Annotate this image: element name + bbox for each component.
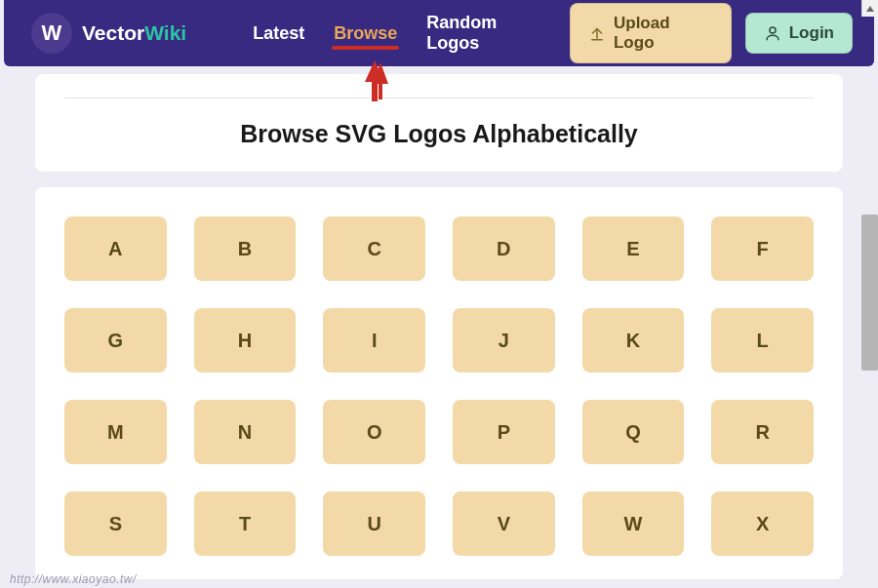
letter-label: V	[498, 513, 510, 535]
letter-label: J	[499, 330, 509, 352]
svg-marker-3	[866, 6, 874, 12]
letter-label: W	[624, 513, 643, 535]
watermark: http://www.xiaoyao.tw/	[10, 572, 137, 586]
letter-label: O	[367, 421, 382, 444]
letter-tile-a[interactable]: A	[64, 216, 167, 281]
upload-label: Upload Logo	[614, 14, 713, 53]
letter-tile-e[interactable]: E	[582, 216, 685, 281]
svg-point-0	[770, 27, 776, 33]
letter-label: G	[108, 330, 124, 352]
letter-label: C	[367, 238, 380, 260]
navbar: W VectorWiki Latest Browse Random Logos …	[4, 0, 874, 66]
letter-label: D	[497, 238, 510, 260]
logo-letter: W	[42, 20, 62, 46]
letter-label: M	[107, 421, 124, 444]
nav-link-latest[interactable]: Latest	[253, 23, 304, 44]
letter-label: P	[498, 421, 510, 444]
letter-tile-o[interactable]: O	[323, 400, 425, 464]
letter-label: T	[239, 513, 251, 535]
brand-name: VectorWiki	[82, 21, 186, 45]
brand-logo[interactable]: W VectorWiki	[31, 13, 186, 54]
letter-tile-w[interactable]: W	[582, 491, 685, 556]
letter-tile-k[interactable]: K	[582, 308, 685, 372]
letter-label: E	[626, 238, 639, 260]
logo-mark-icon: W	[31, 13, 72, 54]
letter-label: N	[238, 421, 252, 444]
letter-tile-r[interactable]: R	[711, 400, 814, 464]
letter-tile-c[interactable]: C	[323, 216, 425, 281]
letter-tile-s[interactable]: S	[64, 491, 167, 556]
letter-tile-b[interactable]: B	[194, 216, 297, 281]
letter-tile-f[interactable]: F	[711, 216, 814, 281]
letter-label: X	[756, 513, 769, 535]
letter-tile-d[interactable]: D	[453, 216, 555, 281]
letter-tile-t[interactable]: T	[194, 491, 297, 556]
upload-logo-button[interactable]: Upload Logo	[570, 3, 732, 63]
letter-tile-m[interactable]: M	[64, 400, 167, 464]
brand-name-b: Wiki	[144, 21, 186, 44]
page-title: Browse SVG Logos Alphabetically	[64, 120, 814, 148]
letter-label: S	[109, 513, 122, 535]
letter-label: H	[238, 330, 252, 352]
login-label: Login	[789, 23, 834, 43]
upload-icon	[588, 24, 606, 42]
letter-label: I	[372, 330, 378, 352]
letters-card: ABCDEFGHIJKLMNOPQRSTUVWX	[35, 187, 843, 579]
letter-label: Q	[625, 421, 641, 444]
letter-tile-n[interactable]: N	[194, 400, 297, 464]
letter-tile-h[interactable]: H	[194, 308, 297, 372]
letter-tile-l[interactable]: L	[711, 308, 814, 372]
scrollbar-thumb[interactable]	[861, 215, 878, 371]
letter-label: U	[367, 513, 380, 535]
brand-name-a: Vector	[82, 21, 144, 44]
letter-label: F	[757, 238, 769, 260]
letter-tile-v[interactable]: V	[453, 491, 555, 556]
divider	[64, 98, 814, 98]
title-card: Browse SVG Logos Alphabetically	[35, 74, 843, 172]
nav-links: Latest Browse Random Logos	[253, 13, 552, 54]
letter-tile-x[interactable]: X	[711, 491, 814, 556]
letter-label: R	[755, 421, 769, 444]
nav-actions: Upload Logo Login	[570, 3, 853, 63]
letter-label: B	[238, 238, 252, 260]
scroll-up-button[interactable]	[861, 0, 878, 17]
letter-label: A	[108, 238, 122, 260]
letter-tile-q[interactable]: Q	[582, 400, 685, 464]
letter-tile-j[interactable]: J	[453, 308, 555, 372]
letter-tile-p[interactable]: P	[453, 400, 555, 464]
nav-link-random[interactable]: Random Logos	[426, 13, 552, 54]
letter-tile-i[interactable]: I	[323, 308, 425, 372]
letter-tile-u[interactable]: U	[323, 491, 425, 556]
letter-label: K	[626, 330, 640, 352]
letter-tile-g[interactable]: G	[64, 308, 167, 372]
letter-label: L	[757, 330, 769, 352]
nav-link-browse[interactable]: Browse	[334, 23, 397, 44]
letter-grid: ABCDEFGHIJKLMNOPQRSTUVWX	[64, 216, 814, 556]
login-button[interactable]: Login	[745, 13, 853, 54]
user-icon	[764, 24, 781, 42]
